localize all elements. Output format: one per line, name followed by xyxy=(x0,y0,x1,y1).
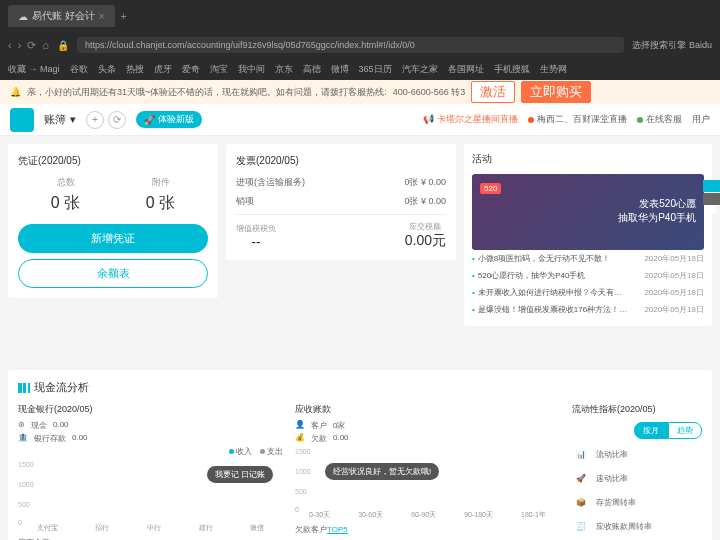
voucher-card: 凭证(2020/05) 总数 0 张 附件 0 张 新增凭证 余额表 xyxy=(8,144,218,298)
bookmark-item[interactable]: 谷歌 xyxy=(70,63,88,76)
activity-item[interactable]: •未开票收入如何进行纳税申报？今天有…2020年05月18日 xyxy=(472,284,704,301)
cashflow-analysis: 现金流分析 现金银行(2020/05) ⊛现金0.00 🏦银行存款0.00 收入… xyxy=(8,370,712,540)
ratio-icon: 📊 xyxy=(572,445,590,463)
bank-icon: 🏦 xyxy=(18,433,28,444)
bookmark-item[interactable]: 爱奇 xyxy=(182,63,200,76)
bar-chart-icon xyxy=(18,383,30,393)
activity-item[interactable]: •是爆没错！增值税发票税收176种方法！…2020年05月18日 xyxy=(472,301,704,318)
bookmark-item[interactable]: 虎牙 xyxy=(154,63,172,76)
bookmark-item[interactable]: 手机搜狐 xyxy=(494,63,530,76)
rocket-icon: 🚀 xyxy=(144,115,155,125)
address-bar: ‹ › ⟳ ⌂ 🔒 https://cloud.chanjet.com/acco… xyxy=(0,32,720,58)
tab-favicon: ☁ xyxy=(18,11,28,22)
side-tab-follow[interactable]: 关注有礼 xyxy=(703,180,720,192)
search-engine-label[interactable]: 选择搜索引擎 Baidu xyxy=(632,39,712,52)
browser-tab[interactable]: ☁ 易代账 好会计 × xyxy=(8,5,115,27)
lock-icon: 🔒 xyxy=(57,40,69,51)
receivable-chart: 1500 1000 500 0 经营状况良好，暂无欠款哦! xyxy=(295,448,560,508)
bookmark-item[interactable]: 微博 xyxy=(331,63,349,76)
side-tab-back[interactable]: 返回快搭 xyxy=(703,193,720,205)
invoice-card: 发票(2020/05) 进项(含运输服务) 0张 ¥ 0.00 销项 0张 ¥ … xyxy=(226,144,456,260)
home-icon[interactable]: ⌂ xyxy=(42,39,49,52)
forward-icon[interactable]: › xyxy=(18,39,22,52)
box-icon: 📦 xyxy=(572,493,590,511)
status-pill: 经营状况良好，暂无欠款哦! xyxy=(325,463,439,480)
period-toggle[interactable]: 按月 趋势 xyxy=(572,422,702,439)
receipt-icon: 🧾 xyxy=(572,517,590,535)
cash-column: 现金银行(2020/05) ⊛现金0.00 🏦银行存款0.00 收入 支出 15… xyxy=(18,403,283,540)
browser-tab-bar: ☁ 易代账 好会计 × + xyxy=(0,0,720,32)
notice-text: 亲，小好的试用期还有31天哦~体验还不错的话，现在就购吧。如有问题，请拨打客服热… xyxy=(27,86,387,99)
header-link[interactable]: 用户 xyxy=(692,113,710,126)
bookmark-item[interactable]: 汽车之家 xyxy=(402,63,438,76)
reload-icon[interactable]: ⟳ xyxy=(27,39,36,52)
url-input[interactable]: https://cloud.chanjet.com/accounting/uif… xyxy=(77,37,624,53)
promo-banner[interactable]: 520 发表520心愿 抽取华为P40手机 xyxy=(472,174,704,250)
invoice-title: 发票(2020/05) xyxy=(236,154,446,168)
notice-phone: 400-6600-566 转3 xyxy=(393,86,466,99)
trial-notice: 🔔 亲，小好的试用期还有31天哦~体验还不错的话，现在就购吧。如有问题，请拨打客… xyxy=(0,80,720,104)
metric-item[interactable]: 📊流动比率 xyxy=(572,445,702,463)
new-voucher-button[interactable]: 新增凭证 xyxy=(18,224,208,253)
chevron-down-icon: ▾ xyxy=(70,113,76,126)
side-tabs: 关注有礼 返回快搭 xyxy=(703,180,720,206)
bookmark-item[interactable]: 淘宝 xyxy=(210,63,228,76)
live-notice[interactable]: 📢 卡塔尔之星播间直播 xyxy=(423,113,518,126)
analysis-title-text: 现金流分析 xyxy=(34,380,89,395)
metric-item[interactable]: 🧾应收账款周转率 xyxy=(572,517,702,535)
metric-item[interactable]: 📦存货周转率 xyxy=(572,493,702,511)
app-header: 账簿 ▾ + ⟳ 🚀 体验新版 📢 卡塔尔之星播间直播 梅西二、百财课堂直播 在… xyxy=(0,104,720,136)
header-link[interactable]: 在线客服 xyxy=(637,113,682,126)
activity-card: 活动 520 发表520心愿 抽取华为P40手机 •小微8项医扣码，金无行动不见… xyxy=(464,144,712,326)
rocket-icon: 🚀 xyxy=(572,469,590,487)
top5-link[interactable]: TOP5 xyxy=(327,525,348,534)
receivable-column: 应收账款 👤客户0家 💰欠款0.00 1500 1000 500 0 经营状况良… xyxy=(295,403,560,540)
money-icon: 💰 xyxy=(295,433,305,444)
voucher-attach: 附件 0 张 xyxy=(146,176,175,214)
try-new-version-button[interactable]: 🚀 体验新版 xyxy=(136,111,202,128)
buy-button[interactable]: 立即购买 xyxy=(521,81,591,103)
bookmark-item[interactable]: 热搜 xyxy=(126,63,144,76)
bookmark-item[interactable]: 我中间 xyxy=(238,63,265,76)
metric-item[interactable]: 🚀速动比率 xyxy=(572,469,702,487)
bookmark-item[interactable]: 收藏 → Magi xyxy=(8,63,60,76)
account-select[interactable]: 账簿 ▾ xyxy=(44,112,76,127)
close-icon[interactable]: × xyxy=(99,11,105,22)
bookmark-item[interactable]: 头条 xyxy=(98,63,116,76)
activate-button[interactable]: 激活 xyxy=(471,81,515,103)
voucher-total: 总数 0 张 xyxy=(51,176,80,214)
header-link[interactable]: 梅西二、百财课堂直播 xyxy=(528,113,627,126)
balance-button[interactable]: 余额表 xyxy=(18,259,208,288)
cash-chart: 1500 1000 500 0 我要记 日记账 xyxy=(18,461,283,521)
journal-button[interactable]: 我要记 日记账 xyxy=(207,466,273,483)
bookmark-item[interactable]: 各国网址 xyxy=(448,63,484,76)
bookmark-item[interactable]: 京东 xyxy=(275,63,293,76)
add-icon[interactable]: + xyxy=(86,111,104,129)
app-logo xyxy=(10,108,34,132)
refresh-icon[interactable]: ⟳ xyxy=(108,111,126,129)
activity-item[interactable]: •小微8项医扣码，金无行动不见不散！2020年05月18日 xyxy=(472,250,704,267)
new-tab-icon[interactable]: + xyxy=(121,11,127,22)
bookmarks-bar: 收藏 → Magi 谷歌 头条 热搜 虎牙 爱奇 淘宝 我中间 京东 高德 微博… xyxy=(0,58,720,80)
activity-item[interactable]: •520心愿行动，抽华为P40手机2020年05月18日 xyxy=(472,267,704,284)
bookmark-item[interactable]: 365日历 xyxy=(359,63,392,76)
bookmark-item[interactable]: 生势网 xyxy=(540,63,567,76)
voucher-title: 凭证(2020/05) xyxy=(18,154,208,168)
activity-title: 活动 xyxy=(472,152,704,166)
bookmark-item[interactable]: 高德 xyxy=(303,63,321,76)
liquidity-column: 流动性指标(2020/05) 按月 趋势 📊流动比率 🚀速动比率 📦存货周转率 … xyxy=(572,403,702,540)
bell-icon: 🔔 xyxy=(10,87,21,97)
user-icon: 👤 xyxy=(295,420,305,431)
account-name: 账簿 xyxy=(44,112,66,127)
back-icon[interactable]: ‹ xyxy=(8,39,12,52)
yen-icon: ⊛ xyxy=(18,420,25,431)
tab-title: 易代账 好会计 xyxy=(32,9,95,23)
